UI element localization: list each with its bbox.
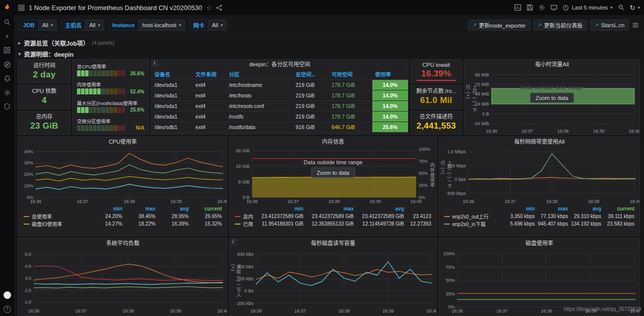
panel-title[interactable]: deepin：各分区可用空间 <box>151 60 408 69</box>
disk-io-chart[interactable]: -200 kBs0 Bs200 kBs400 kBs600 kBs16:3616… <box>230 248 436 314</box>
refresh-icon: ↻ <box>630 4 635 12</box>
svg-text:16:38: 16:38 <box>329 199 340 204</box>
kiosk-menu-icon[interactable] <box>632 22 639 29</box>
var-instance-value-dropdown[interactable]: host-localhost ▾ <box>138 20 185 31</box>
outside-range-text: Data outside time range <box>521 84 584 90</box>
stat-title[interactable]: 剩余节点数:/ro... <box>416 86 456 94</box>
legend-row[interactable]: enp2s0_in下载 5.696 kbps 945.407 kbps 134.… <box>444 220 634 228</box>
legend-row[interactable]: 总内存 23.412372589 GiB 23.412372589 GiB 23… <box>235 213 431 220</box>
update-node-exporter-link[interactable]: ↗ 更新node_exporter <box>468 20 530 31</box>
table-header[interactable]: 可用空间 <box>329 69 372 80</box>
alerting-bell-icon[interactable] <box>0 71 14 85</box>
cpu-usage-chart[interactable]: 0%10%20%30%40%16:3616:3716:3816:3916:40 <box>19 146 227 204</box>
panel-title[interactable]: CPU使用率 <box>19 137 227 146</box>
svg-text:100%: 100% <box>419 147 430 152</box>
user-avatar[interactable] <box>0 288 14 302</box>
time-range-picker[interactable]: Last 5 minutes ▾ <box>562 5 612 11</box>
panel-title[interactable]: 内存信息 <box>230 137 436 146</box>
panel-title[interactable]: 系统平均负载 <box>19 239 227 248</box>
table-row: /dev/sda1 ext4 /etc/hostname 219 GiB 178… <box>151 80 408 90</box>
panel-disk-table: i deepin：各分区可用空间 设备名 文件系统 分区 总空间▴ <box>151 59 409 135</box>
disk-usage-chart[interactable]: 0%25%50%75%100%16:3616:3716:3816:3916:40 <box>439 248 639 314</box>
configuration-gear-icon[interactable] <box>0 85 14 99</box>
var-netcard: 网卡 All ▾ <box>189 20 227 31</box>
row-overview-header[interactable]: ▸ 资源总览（关联Job项） (4 panels) <box>18 37 640 48</box>
row-detail-header[interactable]: ▾ 资源明细：deepin <box>18 48 640 59</box>
svg-text:16:39: 16:39 <box>171 199 182 204</box>
var-netcard-label: 网卡 <box>189 20 208 31</box>
var-hostname: 主机名 All ▾ <box>61 20 104 31</box>
svg-text:16:38: 16:38 <box>123 308 134 313</box>
gauge-label: 交换分区使用率 <box>77 118 144 125</box>
left-sidebar: + ? <box>0 0 14 316</box>
gauge-value: 25.6% <box>128 107 144 113</box>
help-icon[interactable]: ? <box>0 302 14 316</box>
table-header[interactable]: 文件系统 <box>193 69 226 80</box>
panel-title[interactable]: 磁盘使用率 <box>439 239 639 248</box>
var-job-label: JOB <box>19 20 38 31</box>
network-chart[interactable]: 1.0 Mbps500 kbps0 bps-500 kbps16:3616:37… <box>439 146 639 204</box>
add-panel-icon[interactable] <box>514 4 521 11</box>
search-icon[interactable] <box>0 15 14 29</box>
var-hostname-value-dropdown[interactable]: All ▾ <box>85 20 104 31</box>
legend-row[interactable]: 已用 11.954189301 GiB 12.353855133 GiB 12.… <box>235 220 431 228</box>
info-icon[interactable]: i <box>151 60 158 66</box>
panel-title[interactable]: 每小时流量All <box>464 60 639 69</box>
panel-memory-info: 内存信息 0 B9 GiB19 GiB28 GiB16:3616:3716:38… <box>229 137 437 236</box>
dashboard-title[interactable]: 1 Node Exporter for Prometheus Dashboard… <box>29 4 202 12</box>
stat-title[interactable]: 运行时间 <box>33 61 55 69</box>
stat-value: 16.39% <box>421 69 451 79</box>
var-job-value-dropdown[interactable]: All ▾ <box>38 20 57 31</box>
update-dashboard-link[interactable]: ↗ 更新当前仪表板 <box>533 20 587 31</box>
tv-mode-icon[interactable] <box>550 4 557 11</box>
admin-shield-icon[interactable] <box>0 99 14 114</box>
star-icon[interactable]: ☆ <box>206 4 212 12</box>
svg-text:5.0: 5.0 <box>25 252 31 257</box>
var-netcard-value-dropdown[interactable]: All ▾ <box>208 20 227 31</box>
zoom-to-data-button[interactable]: Zoom to data <box>311 168 355 178</box>
stat-title[interactable]: 总内存 <box>36 112 53 120</box>
save-dashboard-icon[interactable] <box>526 4 533 11</box>
stat-title[interactable]: CPU iowait <box>423 62 450 68</box>
refresh-button[interactable]: ↻ ▾ <box>630 4 640 12</box>
svg-text:16:37: 16:37 <box>294 308 306 313</box>
chevron-right-icon: ▸ <box>18 40 21 46</box>
share-icon[interactable] <box>216 5 222 11</box>
hourly-traffic-chart[interactable]: 95 MiB72 MiB48 MiB24 MiB0 B-24 MiB16:361… <box>464 69 639 134</box>
stat-title[interactable]: 总文件描述符 <box>420 112 453 120</box>
legend-row[interactable]: 磁盘IO使用率 14.27% 18.22% 16.39% 15.32% <box>24 220 222 228</box>
svg-text:16:36: 16:36 <box>247 199 258 204</box>
panel-title[interactable]: 每秒磁盘读写容量 <box>230 239 436 248</box>
dashboard-settings-gear-icon[interactable] <box>538 4 545 11</box>
create-plus-icon[interactable]: + <box>0 29 14 43</box>
legend-row[interactable]: enp2s0_out上行 3.350 kbps 77.130 kbps 29.3… <box>444 213 634 220</box>
table-header[interactable]: 使用率 <box>372 69 408 80</box>
svg-text:16:38: 16:38 <box>339 308 350 313</box>
series-color-swatch <box>24 216 29 217</box>
dashboards-grid-icon[interactable] <box>0 43 14 57</box>
right-stat-column: CPU iowait 16.39% 剩余节点数:/ro... 61.0 Mil … <box>411 59 462 135</box>
svg-text:16:40: 16:40 <box>217 199 227 204</box>
grafana-logo[interactable] <box>0 0 14 15</box>
cell-fstype: ext4 <box>193 101 226 112</box>
svg-text:16:40: 16:40 <box>427 308 436 313</box>
svg-text:16:37: 16:37 <box>496 308 508 313</box>
zoom-out-icon[interactable] <box>618 4 625 11</box>
legend-row[interactable]: 总使用率 24.20% 38.45% 28.95% 26.65% <box>24 213 222 220</box>
table-header[interactable]: 设备名 <box>151 69 193 80</box>
system-load-chart[interactable]: 1.02.03.04.05.016:3616:3716:3816:3916:40 <box>19 248 227 314</box>
svg-text:16:39: 16:39 <box>593 129 605 134</box>
starsl-link[interactable]: ↗ StarsL.cn <box>590 20 629 31</box>
apps-grid-icon[interactable] <box>18 5 25 11</box>
explore-compass-icon[interactable] <box>0 57 14 71</box>
stat-title[interactable]: CPU 核数 <box>32 86 56 94</box>
cell-usage: 14.0% <box>372 112 408 122</box>
memory-chart[interactable]: 0 B9 GiB19 GiB28 GiB16:3616:3716:3816:39… <box>230 146 436 204</box>
panel-title[interactable]: 每秒网络带宽使用All <box>439 137 639 146</box>
table-header[interactable]: 总空间▴ <box>292 69 328 80</box>
info-icon[interactable]: i <box>230 239 236 245</box>
panel-system-load: 系统平均负载 1.02.03.04.05.016:3616:3716:3816:… <box>18 238 227 316</box>
stat-sparkline <box>417 80 456 81</box>
table-header[interactable]: 分区 <box>226 69 293 80</box>
zoom-to-data-button[interactable]: Zoom to data <box>530 93 574 103</box>
